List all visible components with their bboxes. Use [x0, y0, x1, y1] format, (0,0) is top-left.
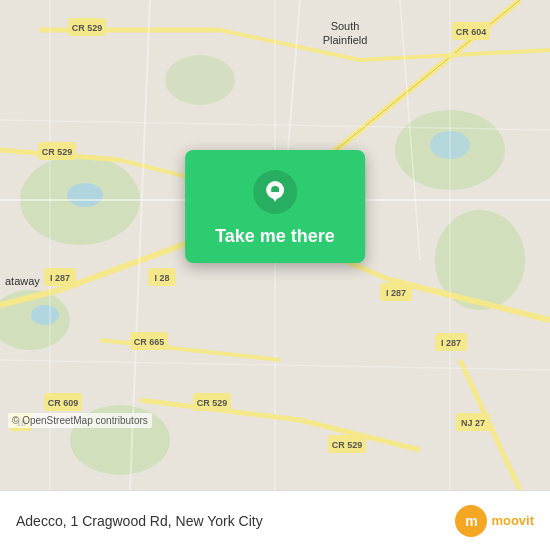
- svg-text:I 28: I 28: [154, 273, 169, 283]
- map-container: CR 529 CR 604 CR 529 I 287 I 28 CR 665 I…: [0, 0, 550, 490]
- svg-text:CR 665: CR 665: [134, 337, 165, 347]
- svg-text:Plainfield: Plainfield: [323, 34, 368, 46]
- svg-text:CR 529: CR 529: [197, 398, 228, 408]
- svg-text:ataway: ataway: [5, 275, 40, 287]
- svg-text:South: South: [331, 20, 360, 32]
- moovit-logo: m moovit: [455, 505, 534, 537]
- moovit-icon: m: [455, 505, 487, 537]
- location-pin-icon: [253, 170, 297, 214]
- svg-text:CR 604: CR 604: [456, 27, 487, 37]
- bottom-bar: Adecco, 1 Cragwood Rd, New York City m m…: [0, 490, 550, 550]
- svg-text:CR 529: CR 529: [42, 147, 73, 157]
- map-attribution: © OpenStreetMap contributors: [8, 413, 152, 428]
- location-label: Adecco, 1 Cragwood Rd, New York City: [16, 513, 455, 529]
- svg-point-7: [67, 183, 103, 207]
- cta-button[interactable]: Take me there: [185, 150, 365, 263]
- svg-point-8: [31, 305, 59, 325]
- svg-text:I 287: I 287: [441, 338, 461, 348]
- svg-text:CR 609: CR 609: [48, 398, 79, 408]
- moovit-text: moovit: [491, 513, 534, 528]
- svg-text:I 287: I 287: [386, 288, 406, 298]
- svg-point-6: [165, 55, 235, 105]
- take-me-there-label: Take me there: [215, 226, 335, 247]
- svg-text:NJ 27: NJ 27: [461, 418, 485, 428]
- svg-text:CR 529: CR 529: [72, 23, 103, 33]
- svg-text:I 287: I 287: [50, 273, 70, 283]
- svg-text:CR 529: CR 529: [332, 440, 363, 450]
